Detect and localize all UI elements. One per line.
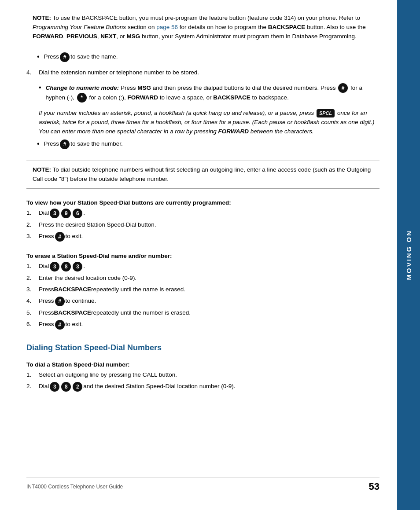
section3-step2: 2. Dial 3 8 2 and the desired Station Sp…: [26, 382, 379, 392]
spcl-btn: SPCL: [317, 109, 335, 117]
note1-text4: button. Also to use the: [305, 24, 365, 30]
s3-btn2: 2: [73, 382, 82, 392]
s2-backspace2: BACKSPACE: [54, 308, 92, 318]
section2-step5: 5. Press BACKSPACE repeatedly until the …: [26, 308, 379, 318]
step4-item: 4. Dial the extension number or telephon…: [26, 68, 379, 77]
s2-num5: 5.: [26, 308, 39, 318]
s2-step3-text: Press: [39, 285, 54, 294]
s3-step2-text: Dial: [39, 382, 49, 391]
footer-page: 53: [369, 481, 379, 492]
section1-step1: 1. Dial 3 9 6 .: [26, 209, 379, 218]
bullet2-text2: to save the number.: [70, 139, 123, 149]
bullet-item-save-name: Press # to save the name.: [37, 52, 379, 62]
note1-text: To use the BACKSPACE button, you must pr…: [53, 15, 360, 21]
section3-step1: 1. Select an outgoing line by pressing t…: [26, 371, 379, 380]
change-bold2: FORWARD: [127, 94, 158, 100]
s2-btn3b: 3: [73, 262, 82, 272]
s2-num2: 2.: [26, 274, 39, 283]
footer: INT4000 Cordless Telephone User Guide 53: [26, 477, 379, 492]
s1-hash-exit: #: [55, 232, 65, 242]
if-number-text2: press: [299, 110, 316, 116]
main-content: NOTE: To use the BACKSPACE button, you m…: [0, 0, 397, 510]
section2-step3: 3. Press BACKSPACE repeatedly until the …: [26, 285, 379, 294]
s2-num3: 3.: [26, 285, 39, 294]
s3-num2: 2.: [26, 382, 39, 391]
note1-link[interactable]: page 56: [156, 24, 178, 30]
section2-step4: 4. Press # to continue.: [26, 297, 379, 306]
note1-bold3: PREVIOUS: [66, 33, 97, 40]
s2-step5-text2: repeatedly until the number is erased.: [91, 308, 191, 318]
section3-blue-heading: Dialing Station Speed-Dial Numbers: [26, 343, 379, 352]
star-btn-1: *: [77, 93, 87, 103]
s1-num1: 1.: [26, 209, 39, 218]
if-number-bold: FORWARD: [218, 128, 249, 135]
change-numeric-item: Change to numeric mode: Press MSG and th…: [39, 83, 379, 103]
s2-step1-text: Dial: [39, 262, 49, 271]
section1-steps: 1. Dial 3 9 6 . 2. Press the desired Sta…: [26, 209, 379, 244]
note1-text8: button, your System Administrator must p…: [140, 33, 356, 40]
sidebar: MOVING ON: [397, 0, 420, 510]
bullet-list-1: Press # to save the name.: [26, 52, 379, 65]
sidebar-label: MOVING ON: [405, 230, 413, 280]
footer-left: INT4000 Cordless Telephone User Guide: [26, 484, 123, 490]
section2-heading: To erase a Station Speed-Dial name and/o…: [26, 253, 379, 259]
change-text5: to leave a space, or: [160, 94, 214, 100]
if-number-text4: between the characters.: [251, 128, 314, 135]
s1-btn9: 9: [61, 209, 71, 218]
s1-step1-period: .: [83, 209, 85, 218]
change-text2: and then press the dialpad buttons to di…: [153, 84, 338, 91]
hash-btn-2: #: [338, 83, 348, 93]
change-bold3: BACKSPACE: [213, 94, 251, 100]
s2-num1: 1.: [26, 262, 39, 271]
step4-text: Dial the extension number or telephone n…: [39, 68, 199, 77]
section1-step2: 2. Press the desired Station Speed-Dial …: [26, 220, 379, 230]
s1-btn6: 6: [73, 209, 82, 218]
note1-bold5: MSG: [127, 33, 140, 40]
note1-text5: ,: [63, 33, 67, 40]
section1-heading: To view how your Station Speed-Dial butt…: [26, 199, 379, 206]
s1-step2-text: Press the desired Station Speed-Dial but…: [39, 220, 156, 230]
s2-step1-period: .: [83, 262, 85, 271]
note1-bold4: NEXT: [100, 33, 116, 40]
s2-step2-text: Enter the desired location code (0-9).: [39, 274, 136, 283]
note-label-2: NOTE:: [33, 166, 51, 173]
note1-bold1: BACKSPACE: [268, 24, 306, 30]
note1-italic: Programming Your Feature Buttons: [33, 24, 126, 30]
bullet2-text: Press: [44, 139, 59, 149]
note1-text7: , or: [116, 33, 126, 40]
step4-num: 4.: [26, 68, 39, 77]
change-numeric-list: Change to numeric mode: Press MSG and th…: [26, 83, 379, 105]
change-bold1: MSG: [137, 84, 151, 91]
bullet-item-save-number: Press # to save the number.: [37, 139, 379, 149]
section3-sub-heading: To dial a Station Speed-Dial number:: [26, 361, 379, 368]
section1-step3: 3. Press # to exit.: [26, 232, 379, 242]
s3-step1-text: Select an outgoing line by pressing the …: [39, 371, 177, 380]
change-text4: for a colon (:),: [89, 94, 127, 100]
hash-btn-3: #: [60, 139, 70, 149]
s2-btn8: 8: [61, 262, 71, 272]
bullet-list-2: Press # to save the number.: [26, 139, 379, 152]
change-numeric-content: Change to numeric mode: Press MSG and th…: [46, 83, 379, 103]
s2-step4-text: Press: [39, 297, 54, 306]
s2-btn3a: 3: [50, 262, 59, 272]
s1-step3-text: Press: [39, 232, 54, 241]
s2-num4: 4.: [26, 297, 39, 306]
s2-step6-text: Press: [39, 320, 54, 329]
s1-num2: 2.: [26, 220, 39, 230]
change-text: Press: [121, 84, 137, 91]
s2-step4-text2: to continue.: [66, 297, 96, 306]
note-box-2: NOTE: To dial outside telephone numbers …: [26, 161, 379, 189]
s1-btn3: 3: [50, 209, 59, 218]
s1-step3-text2: to exit.: [66, 232, 83, 241]
s3-num1: 1.: [26, 371, 39, 380]
s2-step5-text: Press: [39, 308, 54, 318]
bullet1-text2: to save the name.: [70, 52, 118, 62]
s1-num3: 3.: [26, 232, 39, 241]
s2-backspace1: BACKSPACE: [54, 285, 92, 294]
if-number-italic: If your number includes an asterisk, pou…: [39, 110, 298, 116]
if-number-para: If your number includes an asterisk, pou…: [26, 109, 379, 136]
note1-bold2: FORWARD: [33, 33, 63, 40]
s2-hash-cont: #: [55, 297, 65, 306]
bullet1-text: Press: [44, 52, 59, 62]
note1-text3: for details on how to program the: [178, 24, 268, 30]
